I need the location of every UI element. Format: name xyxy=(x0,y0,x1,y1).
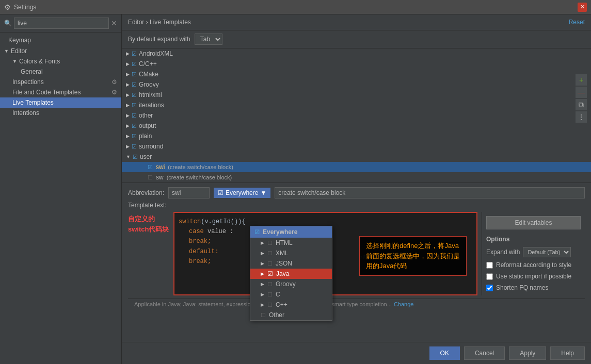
group-arrow-icon: ▶ xyxy=(126,144,130,149)
help-button[interactable]: Help xyxy=(550,346,585,360)
group-label: html/xml xyxy=(139,91,162,98)
group-other[interactable]: ▶ ☑ other xyxy=(122,110,591,121)
check-icon: ☐ xyxy=(267,291,273,298)
context-dropdown-button[interactable]: ☑ Everywhere ▼ xyxy=(214,188,270,198)
reset-button[interactable]: Reset xyxy=(569,19,585,26)
templates-area: ▶ ☑ AndroidXML ▶ ☑ C/C++ ▶ ☑ CMake xyxy=(122,48,591,183)
check-icon: ☐ xyxy=(267,302,273,308)
dropdown-label: Groovy xyxy=(276,280,296,288)
reformat-checkbox[interactable] xyxy=(486,262,493,269)
group-label: plain xyxy=(139,133,152,140)
check-icon: ☑ xyxy=(267,270,273,277)
abbreviation-input[interactable] xyxy=(168,187,210,198)
check-icon: ☐ xyxy=(267,260,273,267)
template-item-swi[interactable]: ☑ swi (create switch/case block) xyxy=(122,162,591,172)
arrow-icon: ▶ xyxy=(261,282,264,287)
dropdown-html[interactable]: ▶ ☐ HTML xyxy=(250,238,332,248)
group-label: output xyxy=(139,122,156,129)
sidebar-item-live-templates[interactable]: Live Templates xyxy=(0,97,121,108)
expand-with-select[interactable]: Default (Tab) xyxy=(523,247,571,257)
context-dropdown: ☑ Everywhere ▶ ☐ HTML ▶ ☐ XML ▶ ☐ JSON xyxy=(250,226,332,321)
sidebar-item-file-code-templates[interactable]: File and Code Templates ⚙ xyxy=(0,87,121,97)
change-link[interactable]: Change xyxy=(394,301,414,307)
expand-with-label: Expand with xyxy=(486,249,520,256)
edit-variables-button[interactable]: Edit variables xyxy=(486,216,581,229)
remove-template-button[interactable]: — xyxy=(576,87,587,98)
left-annotation: 自定义的switch代码块 xyxy=(128,212,169,295)
shorten-fq-checkbox[interactable] xyxy=(486,285,493,291)
editor-label: Editor xyxy=(11,47,27,55)
sidebar-item-intentions[interactable]: Intentions xyxy=(0,108,121,118)
clear-search-icon[interactable]: ✕ xyxy=(111,19,117,27)
arrow-icon: ▶ xyxy=(261,261,264,266)
search-input[interactable] xyxy=(14,18,109,29)
sidebar-item-inspections[interactable]: Inspections ⚙ xyxy=(0,77,121,87)
group-surround[interactable]: ▶ ☑ surround xyxy=(122,141,591,152)
cancel-button[interactable]: Cancel xyxy=(464,346,505,360)
dropdown-c[interactable]: ▶ ☐ C xyxy=(250,289,332,300)
group-user[interactable]: ▼ ☑ user xyxy=(122,152,591,162)
group-iterations[interactable]: ▶ ☑ iterations xyxy=(122,100,591,110)
group-androidxml[interactable]: ▶ ☑ AndroidXML xyxy=(122,48,591,59)
dropdown-cpp[interactable]: ▶ ☐ C++ xyxy=(250,300,332,310)
sidebar-item-editor[interactable]: ▼ Editor xyxy=(0,46,121,56)
item-check-icon: ☑ xyxy=(148,164,153,171)
bottom-buttons: OK Cancel Apply Help xyxy=(122,342,591,364)
close-button[interactable]: ✕ xyxy=(578,3,587,12)
group-label: Groovy xyxy=(139,81,159,88)
check-icon: ☐ xyxy=(267,240,273,246)
dropdown-other[interactable]: ☐ Other xyxy=(250,310,332,320)
group-check-icon: ☑ xyxy=(132,51,137,57)
dropdown-label: XML xyxy=(276,250,289,257)
dropdown-java[interactable]: ▶ ☑ Java xyxy=(250,269,332,279)
group-arrow-icon: ▶ xyxy=(126,113,130,118)
dropdown-xml[interactable]: ▶ ☐ XML xyxy=(250,248,332,258)
group-check-icon: ☑ xyxy=(132,92,137,98)
ok-button[interactable]: OK xyxy=(429,346,460,360)
arrow-icon: ▶ xyxy=(261,251,264,256)
group-check-icon: ☑ xyxy=(133,154,138,160)
search-icon: 🔍 xyxy=(4,20,12,27)
file-code-label: File and Code Templates xyxy=(12,89,81,96)
group-arrow-icon: ▶ xyxy=(126,82,130,87)
static-import-checkbox[interactable] xyxy=(486,273,493,280)
sidebar-item-keymap[interactable]: Keymap xyxy=(0,35,121,46)
group-arrow-icon: ▶ xyxy=(126,72,130,77)
more-options-button[interactable]: ⋮ xyxy=(576,111,587,123)
sidebar: 🔍 ✕ Keymap ▼ Editor ▼ Colors & Fonts Gen… xyxy=(0,14,122,364)
inspections-label: Inspections xyxy=(12,78,44,86)
sidebar-item-colors-fonts[interactable]: ▼ Colors & Fonts xyxy=(0,56,121,67)
dropdown-label: Everywhere xyxy=(263,228,297,236)
copy-template-button[interactable]: ⧉ xyxy=(576,99,587,110)
dropdown-everywhere[interactable]: ☑ Everywhere xyxy=(250,226,332,238)
group-groovy[interactable]: ▶ ☑ Groovy xyxy=(122,79,591,90)
group-cmake[interactable]: ▶ ☑ CMake xyxy=(122,69,591,79)
panel-toolbar: By default expand with Tab xyxy=(122,30,591,48)
item-uncheck-icon: ☐ xyxy=(148,174,153,181)
group-htmlxml[interactable]: ▶ ☑ html/xml xyxy=(122,90,591,100)
group-label: AndroidXML xyxy=(139,50,173,57)
group-cpp[interactable]: ▶ ☑ C/C++ xyxy=(122,59,591,69)
group-check-icon: ☑ xyxy=(132,112,137,119)
action-icons: + — ⧉ ⋮ xyxy=(576,74,587,123)
dropdown-arrow-icon: ▼ xyxy=(260,189,266,196)
static-import-label: Use static import if possible xyxy=(496,273,571,280)
expand-select[interactable]: Tab xyxy=(195,34,222,45)
sidebar-item-general[interactable]: General xyxy=(0,67,121,77)
group-check-icon: ☑ xyxy=(132,143,137,150)
context-label: Everywhere xyxy=(226,189,258,196)
live-templates-label: Live Templates xyxy=(12,99,54,106)
group-check-icon: ☑ xyxy=(132,102,137,109)
dropdown-label: HTML xyxy=(276,239,293,246)
description-input[interactable] xyxy=(275,187,585,198)
apply-button[interactable]: Apply xyxy=(509,346,546,360)
dropdown-json[interactable]: ▶ ☐ JSON xyxy=(250,258,332,269)
sidebar-nav: Keymap ▼ Editor ▼ Colors & Fonts General… xyxy=(0,32,121,364)
add-template-button[interactable]: + xyxy=(576,74,587,86)
check-icon: ☐ xyxy=(267,281,273,288)
group-plain[interactable]: ▶ ☑ plain xyxy=(122,131,591,141)
dropdown-groovy[interactable]: ▶ ☐ Groovy xyxy=(250,279,332,289)
template-item-sw[interactable]: ☐ sw (create switch/case block) xyxy=(122,172,591,183)
dropdown-label: Java xyxy=(276,270,289,277)
group-output[interactable]: ▶ ☑ output xyxy=(122,121,591,131)
